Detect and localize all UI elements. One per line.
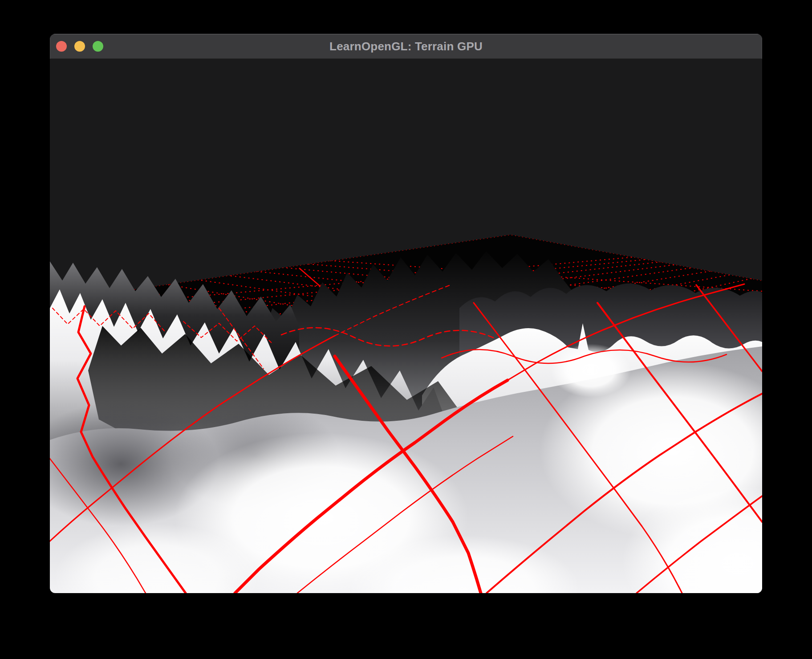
terrain-render — [50, 59, 762, 593]
app-window: LearnOpenGL: Terrain GPU — [50, 34, 762, 593]
minimize-button[interactable] — [74, 41, 85, 52]
gl-viewport[interactable] — [50, 59, 762, 593]
close-button[interactable] — [56, 41, 67, 52]
window-title: LearnOpenGL: Terrain GPU — [329, 40, 483, 53]
window-titlebar[interactable]: LearnOpenGL: Terrain GPU — [50, 34, 762, 59]
zoom-button[interactable] — [93, 41, 103, 52]
traffic-lights — [56, 34, 103, 59]
